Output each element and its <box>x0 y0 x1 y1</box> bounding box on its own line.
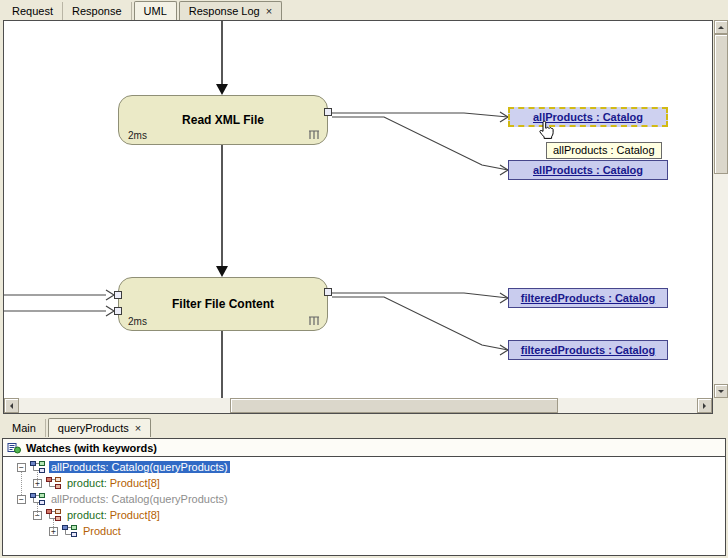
collapse-toggle[interactable]: − <box>17 495 26 504</box>
horizontal-scrollbar[interactable] <box>4 398 712 413</box>
object-flow-edge <box>332 117 508 170</box>
watch-row-allproducts-stale[interactable]: − allProducts:Catalog(queryProducts) <box>3 491 725 507</box>
tab-response[interactable]: Response <box>63 2 132 20</box>
watch-tree: − allProducts:Catalog(queryProducts) + p… <box>3 457 725 539</box>
scroll-up-button[interactable] <box>714 20 728 34</box>
object-node-allproducts-1[interactable]: allProducts : Catalog <box>508 107 668 127</box>
open-arrowhead-icon <box>106 290 114 300</box>
watches-title: Watches (with keywords) <box>26 442 157 454</box>
tab-label: Request <box>12 5 53 17</box>
arrow-right-icon <box>703 403 709 409</box>
watch-row-product-type[interactable]: + Product <box>3 523 725 539</box>
scroll-down-button[interactable] <box>714 384 728 398</box>
object-node-label: filteredProducts : Catalog <box>521 292 655 304</box>
diagram-frame: Read XML File 2ms Filter File Content 2m… <box>3 20 713 414</box>
watch-row-product-2[interactable]: − product:Product[8] <box>3 507 725 523</box>
tab-main[interactable]: Main <box>3 419 46 437</box>
object-node-filteredproducts-1[interactable]: filteredProducts : Catalog <box>508 288 668 308</box>
object-node-filteredproducts-2[interactable]: filteredProducts : Catalog <box>508 340 668 360</box>
arrowhead-icon <box>216 266 228 277</box>
activity-node-filter-file-content[interactable]: Filter File Content 2ms <box>118 277 328 331</box>
object-node-label: allProducts : Catalog <box>533 164 643 176</box>
tree-connector <box>21 472 22 495</box>
open-arrowhead-icon <box>106 306 114 316</box>
tab-label: UML <box>144 5 167 17</box>
trace-icon <box>308 130 320 140</box>
top-tab-bar: Request Response UML Response Log × <box>0 0 728 20</box>
close-icon[interactable]: × <box>135 423 141 433</box>
horizontal-scrollbar-thumb[interactable] <box>230 398 558 413</box>
node-duration: 2ms <box>128 316 147 327</box>
node-title: Read XML File <box>182 113 264 127</box>
object-node-label: filteredProducts : Catalog <box>521 344 655 356</box>
scroll-right-button[interactable] <box>697 398 712 413</box>
watch-row-allproducts-selected[interactable]: − allProducts:Catalog(queryProducts) <box>3 459 725 475</box>
trace-icon <box>308 316 320 326</box>
tab-label: Main <box>12 422 36 434</box>
arrow-down-icon <box>718 390 724 396</box>
tree-connector <box>53 519 54 531</box>
watches-header: Watches (with keywords) <box>3 439 725 457</box>
bottom-tab-bar: Main queryProducts × <box>0 416 728 437</box>
input-port[interactable] <box>114 291 122 299</box>
arrowhead-icon <box>216 84 228 95</box>
tab-response-log[interactable]: Response Log × <box>179 1 282 20</box>
object-node-allproducts-2[interactable]: allProducts : Catalog <box>508 160 668 180</box>
vertical-scrollbar-thumb[interactable] <box>714 34 728 174</box>
output-port[interactable] <box>324 288 332 296</box>
catalog-icon <box>62 525 77 537</box>
tab-label: Response <box>72 5 122 17</box>
input-port[interactable] <box>114 307 122 315</box>
arrow-left-icon <box>7 403 13 409</box>
diagram-canvas[interactable]: Read XML File 2ms Filter File Content 2m… <box>4 21 712 398</box>
tooltip: allProducts : Catalog <box>546 142 662 159</box>
product-icon <box>46 477 61 489</box>
vertical-scrollbar[interactable] <box>714 20 728 398</box>
hand-cursor-icon <box>538 120 555 141</box>
close-icon[interactable]: × <box>266 6 272 16</box>
tab-label: Response Log <box>189 5 260 17</box>
watch-label: allProducts:Catalog(queryProducts) <box>49 493 230 505</box>
watches-panel: Watches (with keywords) − allProducts:Ca… <box>2 438 726 556</box>
tab-label: queryProducts <box>58 422 129 434</box>
uml-diagram-panel: Read XML File 2ms Filter File Content 2m… <box>0 20 728 415</box>
tab-request[interactable]: Request <box>3 2 63 20</box>
tab-queryproducts[interactable]: queryProducts × <box>48 418 151 437</box>
watch-row-product[interactable]: + product:Product[8] <box>3 475 725 491</box>
node-title: Filter File Content <box>172 297 274 311</box>
tree-connector <box>37 472 38 483</box>
watch-label: Product <box>81 525 126 537</box>
watch-label: product:Product[8] <box>65 509 162 521</box>
watch-label: product:Product[8] <box>65 477 162 489</box>
arrow-up-icon <box>718 23 724 29</box>
collapse-toggle[interactable]: − <box>17 463 26 472</box>
object-flow-edge <box>332 297 508 350</box>
tree-connector <box>37 503 38 515</box>
tab-uml[interactable]: UML <box>134 1 177 20</box>
app-window: Request Response UML Response Log × <box>0 0 728 558</box>
watch-label: allProducts:Catalog(queryProducts) <box>49 461 230 473</box>
node-duration: 2ms <box>128 130 147 141</box>
activity-node-read-xml-file[interactable]: Read XML File 2ms <box>118 95 328 145</box>
output-port[interactable] <box>324 108 332 116</box>
watches-icon <box>7 442 21 454</box>
scroll-left-button[interactable] <box>4 398 19 413</box>
